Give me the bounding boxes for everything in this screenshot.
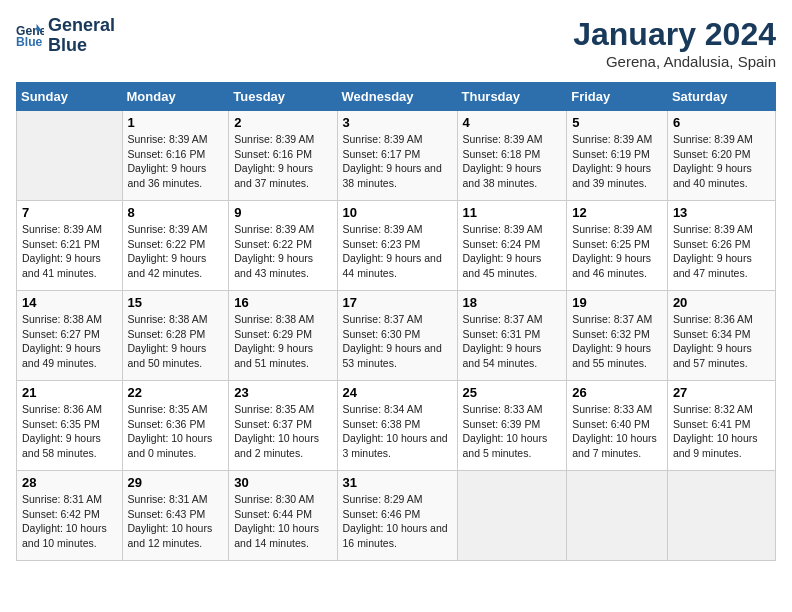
calendar-header: SundayMondayTuesdayWednesdayThursdayFrid…	[17, 83, 776, 111]
calendar-week-row: 7Sunrise: 8:39 AMSunset: 6:21 PMDaylight…	[17, 201, 776, 291]
weekday-header: Monday	[122, 83, 229, 111]
cell-info: Sunrise: 8:38 AMSunset: 6:29 PMDaylight:…	[234, 312, 331, 371]
calendar-cell: 1Sunrise: 8:39 AMSunset: 6:16 PMDaylight…	[122, 111, 229, 201]
day-number: 12	[572, 205, 662, 220]
calendar-cell: 31Sunrise: 8:29 AMSunset: 6:46 PMDayligh…	[337, 471, 457, 561]
cell-info: Sunrise: 8:39 AMSunset: 6:20 PMDaylight:…	[673, 132, 770, 191]
weekday-header: Wednesday	[337, 83, 457, 111]
month-title: January 2024	[573, 16, 776, 53]
calendar-cell: 8Sunrise: 8:39 AMSunset: 6:22 PMDaylight…	[122, 201, 229, 291]
calendar-cell: 3Sunrise: 8:39 AMSunset: 6:17 PMDaylight…	[337, 111, 457, 201]
cell-info: Sunrise: 8:33 AMSunset: 6:39 PMDaylight:…	[463, 402, 562, 461]
page-header: General Blue General Blue January 2024 G…	[16, 16, 776, 70]
calendar-cell	[17, 111, 123, 201]
calendar-week-row: 1Sunrise: 8:39 AMSunset: 6:16 PMDaylight…	[17, 111, 776, 201]
calendar-cell: 13Sunrise: 8:39 AMSunset: 6:26 PMDayligh…	[667, 201, 775, 291]
calendar-cell	[567, 471, 668, 561]
calendar-cell: 24Sunrise: 8:34 AMSunset: 6:38 PMDayligh…	[337, 381, 457, 471]
weekday-header: Friday	[567, 83, 668, 111]
day-number: 20	[673, 295, 770, 310]
calendar-body: 1Sunrise: 8:39 AMSunset: 6:16 PMDaylight…	[17, 111, 776, 561]
cell-info: Sunrise: 8:39 AMSunset: 6:21 PMDaylight:…	[22, 222, 117, 281]
calendar-cell: 16Sunrise: 8:38 AMSunset: 6:29 PMDayligh…	[229, 291, 337, 381]
weekday-header: Saturday	[667, 83, 775, 111]
day-number: 24	[343, 385, 452, 400]
cell-info: Sunrise: 8:39 AMSunset: 6:25 PMDaylight:…	[572, 222, 662, 281]
cell-info: Sunrise: 8:33 AMSunset: 6:40 PMDaylight:…	[572, 402, 662, 461]
calendar-cell: 17Sunrise: 8:37 AMSunset: 6:30 PMDayligh…	[337, 291, 457, 381]
weekday-header: Tuesday	[229, 83, 337, 111]
cell-info: Sunrise: 8:39 AMSunset: 6:19 PMDaylight:…	[572, 132, 662, 191]
calendar-cell: 30Sunrise: 8:30 AMSunset: 6:44 PMDayligh…	[229, 471, 337, 561]
calendar-week-row: 21Sunrise: 8:36 AMSunset: 6:35 PMDayligh…	[17, 381, 776, 471]
cell-info: Sunrise: 8:37 AMSunset: 6:32 PMDaylight:…	[572, 312, 662, 371]
calendar-cell	[457, 471, 567, 561]
cell-info: Sunrise: 8:39 AMSunset: 6:16 PMDaylight:…	[234, 132, 331, 191]
day-number: 30	[234, 475, 331, 490]
logo-line2: Blue	[48, 36, 115, 56]
day-number: 9	[234, 205, 331, 220]
weekday-header: Sunday	[17, 83, 123, 111]
calendar-cell: 2Sunrise: 8:39 AMSunset: 6:16 PMDaylight…	[229, 111, 337, 201]
cell-info: Sunrise: 8:38 AMSunset: 6:28 PMDaylight:…	[128, 312, 224, 371]
day-number: 29	[128, 475, 224, 490]
cell-info: Sunrise: 8:39 AMSunset: 6:16 PMDaylight:…	[128, 132, 224, 191]
day-number: 7	[22, 205, 117, 220]
day-number: 2	[234, 115, 331, 130]
calendar-cell: 9Sunrise: 8:39 AMSunset: 6:22 PMDaylight…	[229, 201, 337, 291]
day-number: 18	[463, 295, 562, 310]
day-number: 8	[128, 205, 224, 220]
calendar-cell: 14Sunrise: 8:38 AMSunset: 6:27 PMDayligh…	[17, 291, 123, 381]
day-number: 19	[572, 295, 662, 310]
day-number: 10	[343, 205, 452, 220]
calendar-cell: 29Sunrise: 8:31 AMSunset: 6:43 PMDayligh…	[122, 471, 229, 561]
svg-text:Blue: Blue	[16, 35, 43, 49]
calendar-cell: 4Sunrise: 8:39 AMSunset: 6:18 PMDaylight…	[457, 111, 567, 201]
calendar-cell: 15Sunrise: 8:38 AMSunset: 6:28 PMDayligh…	[122, 291, 229, 381]
day-number: 26	[572, 385, 662, 400]
calendar-cell: 5Sunrise: 8:39 AMSunset: 6:19 PMDaylight…	[567, 111, 668, 201]
cell-info: Sunrise: 8:39 AMSunset: 6:18 PMDaylight:…	[463, 132, 562, 191]
day-number: 14	[22, 295, 117, 310]
calendar-week-row: 28Sunrise: 8:31 AMSunset: 6:42 PMDayligh…	[17, 471, 776, 561]
calendar-cell: 23Sunrise: 8:35 AMSunset: 6:37 PMDayligh…	[229, 381, 337, 471]
calendar-week-row: 14Sunrise: 8:38 AMSunset: 6:27 PMDayligh…	[17, 291, 776, 381]
cell-info: Sunrise: 8:39 AMSunset: 6:26 PMDaylight:…	[673, 222, 770, 281]
cell-info: Sunrise: 8:37 AMSunset: 6:31 PMDaylight:…	[463, 312, 562, 371]
calendar-cell: 19Sunrise: 8:37 AMSunset: 6:32 PMDayligh…	[567, 291, 668, 381]
calendar-cell: 18Sunrise: 8:37 AMSunset: 6:31 PMDayligh…	[457, 291, 567, 381]
calendar-cell: 21Sunrise: 8:36 AMSunset: 6:35 PMDayligh…	[17, 381, 123, 471]
day-number: 11	[463, 205, 562, 220]
calendar-cell: 12Sunrise: 8:39 AMSunset: 6:25 PMDayligh…	[567, 201, 668, 291]
cell-info: Sunrise: 8:31 AMSunset: 6:43 PMDaylight:…	[128, 492, 224, 551]
cell-info: Sunrise: 8:35 AMSunset: 6:36 PMDaylight:…	[128, 402, 224, 461]
cell-info: Sunrise: 8:38 AMSunset: 6:27 PMDaylight:…	[22, 312, 117, 371]
cell-info: Sunrise: 8:36 AMSunset: 6:34 PMDaylight:…	[673, 312, 770, 371]
weekday-header: Thursday	[457, 83, 567, 111]
cell-info: Sunrise: 8:39 AMSunset: 6:23 PMDaylight:…	[343, 222, 452, 281]
cell-info: Sunrise: 8:35 AMSunset: 6:37 PMDaylight:…	[234, 402, 331, 461]
day-number: 28	[22, 475, 117, 490]
day-number: 16	[234, 295, 331, 310]
cell-info: Sunrise: 8:31 AMSunset: 6:42 PMDaylight:…	[22, 492, 117, 551]
weekday-row: SundayMondayTuesdayWednesdayThursdayFrid…	[17, 83, 776, 111]
cell-info: Sunrise: 8:34 AMSunset: 6:38 PMDaylight:…	[343, 402, 452, 461]
logo-icon: General Blue	[16, 22, 44, 50]
calendar-cell: 27Sunrise: 8:32 AMSunset: 6:41 PMDayligh…	[667, 381, 775, 471]
calendar-cell: 10Sunrise: 8:39 AMSunset: 6:23 PMDayligh…	[337, 201, 457, 291]
day-number: 31	[343, 475, 452, 490]
calendar-cell: 7Sunrise: 8:39 AMSunset: 6:21 PMDaylight…	[17, 201, 123, 291]
day-number: 4	[463, 115, 562, 130]
calendar-cell: 11Sunrise: 8:39 AMSunset: 6:24 PMDayligh…	[457, 201, 567, 291]
calendar-table: SundayMondayTuesdayWednesdayThursdayFrid…	[16, 82, 776, 561]
calendar-cell: 26Sunrise: 8:33 AMSunset: 6:40 PMDayligh…	[567, 381, 668, 471]
cell-info: Sunrise: 8:30 AMSunset: 6:44 PMDaylight:…	[234, 492, 331, 551]
cell-info: Sunrise: 8:32 AMSunset: 6:41 PMDaylight:…	[673, 402, 770, 461]
day-number: 23	[234, 385, 331, 400]
day-number: 3	[343, 115, 452, 130]
calendar-cell: 25Sunrise: 8:33 AMSunset: 6:39 PMDayligh…	[457, 381, 567, 471]
day-number: 13	[673, 205, 770, 220]
location: Gerena, Andalusia, Spain	[573, 53, 776, 70]
cell-info: Sunrise: 8:29 AMSunset: 6:46 PMDaylight:…	[343, 492, 452, 551]
day-number: 5	[572, 115, 662, 130]
